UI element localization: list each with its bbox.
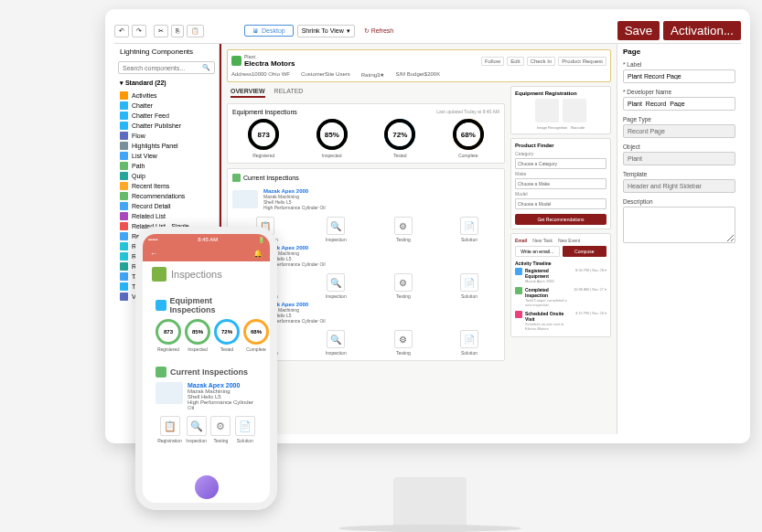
refresh-icon: ↻	[364, 27, 370, 35]
component-item[interactable]: Record Detail	[114, 201, 219, 211]
component-item[interactable]: Chatter Publisher	[114, 121, 219, 131]
timeline-icon	[515, 268, 522, 275]
write-email-button[interactable]: Write an email...	[515, 246, 560, 257]
bell-icon[interactable]: 🔔	[253, 250, 263, 258]
product-finder-card[interactable]: Product Finder Category Choose a Categor…	[510, 138, 611, 229]
activity-card[interactable]: Email New Task New Event Write an email.…	[510, 233, 611, 337]
component-icon	[120, 232, 128, 240]
phone-metric: 85%Inspected	[185, 319, 210, 352]
component-item[interactable]: Quip	[114, 171, 219, 181]
device-selector[interactable]: 🖥 Desktop	[244, 25, 294, 37]
category-select[interactable]: Choose a Category	[515, 158, 606, 169]
model-select[interactable]: Choose a Model	[515, 198, 606, 209]
mobile-phone: •••••8:45 AM🔋 ← 🔔 Inspections Equipment …	[135, 227, 277, 510]
component-item[interactable]: Chatter	[114, 101, 219, 111]
search-input[interactable]	[123, 65, 202, 71]
home-button[interactable]	[195, 475, 219, 499]
timeline-item[interactable]: Scheduled Onsite VisitSchedule on-site v…	[515, 309, 606, 333]
inspection-action[interactable]: 🔍Inspection	[326, 330, 347, 356]
label-input[interactable]	[623, 69, 735, 83]
machine-thumb	[232, 190, 258, 208]
component-icon	[120, 152, 128, 160]
phone-action[interactable]: ⚙Testing	[210, 416, 231, 443]
equipment-inspections-card[interactable]: Equipment Inspections Last updated Today…	[227, 103, 505, 164]
header-action[interactable]: Product Request	[558, 57, 606, 66]
page-canvas: Plant Electra Motors FollowEditCheck InP…	[220, 44, 617, 434]
zoom-select[interactable]: Shrink To View▾	[297, 25, 355, 37]
inspection-action[interactable]: 📄Solution	[460, 330, 478, 356]
list-icon	[156, 367, 166, 378]
component-item[interactable]: Activities	[114, 90, 219, 101]
copy-button[interactable]: ⎘	[171, 25, 184, 37]
header-action[interactable]: Follow	[481, 57, 504, 66]
description-input[interactable]	[623, 207, 735, 243]
save-button[interactable]: Save	[617, 21, 660, 40]
metric-donut: 85%Inspected	[317, 119, 348, 158]
phone-metric: 68%Complete	[243, 319, 269, 352]
tab-email[interactable]: Email	[515, 238, 527, 243]
pagetype-field: Record Page	[623, 124, 735, 138]
component-item[interactable]: Recommendations	[114, 191, 219, 201]
header-field: CustomerSite Users	[301, 71, 350, 78]
make-select[interactable]: Choose a Make	[515, 178, 606, 189]
undo-button[interactable]: ↶	[114, 25, 129, 37]
inspection-action[interactable]: 📄Solution	[460, 217, 478, 242]
record-header[interactable]: Plant Electra Motors FollowEditCheck InP…	[227, 49, 611, 82]
component-icon	[120, 162, 128, 170]
phone-action[interactable]: 📋Registration	[157, 416, 182, 443]
component-icon	[120, 212, 128, 220]
timeline-item[interactable]: Registered EquipmentMazak Apex 20008:56 …	[515, 266, 606, 285]
header-action[interactable]: Check In	[527, 57, 556, 66]
inspection-row[interactable]: Mazak Apex 2000Mazak MachiningShell Heli…	[232, 186, 499, 213]
phone-action[interactable]: 📄Solution	[235, 416, 255, 443]
timeline-icon	[515, 287, 522, 294]
component-item[interactable]: Flow	[114, 131, 219, 141]
back-icon[interactable]: ←	[150, 250, 157, 258]
tab-newevent[interactable]: New Event	[558, 238, 580, 243]
inspection-action[interactable]: ⚙Testing	[394, 273, 413, 299]
tab-related[interactable]: RELATED	[274, 88, 304, 98]
equipment-registration-card[interactable]: Equipment Registration Image Recognition…	[510, 86, 611, 134]
refresh-button[interactable]: ↻ Refresh	[364, 27, 394, 35]
component-search[interactable]: 🔍	[118, 61, 215, 74]
component-item[interactable]: Recent Items	[114, 181, 219, 191]
paste-button[interactable]: 📋	[187, 25, 204, 37]
compose-button[interactable]: Compose	[563, 246, 607, 257]
cut-button[interactable]: ✂	[154, 25, 168, 37]
component-icon	[120, 182, 128, 190]
header-action[interactable]: Edit	[507, 57, 523, 66]
standard-header[interactable]: ▾ Standard (22)	[114, 76, 219, 90]
tab-overview[interactable]: OVERVIEW	[231, 88, 265, 98]
component-item[interactable]: List View	[114, 151, 219, 161]
inspection-action[interactable]: ⚙Testing	[394, 217, 413, 242]
tab-newtask[interactable]: New Task	[532, 238, 553, 243]
record-title: Electra Motors	[244, 59, 295, 68]
component-item[interactable]: Related List	[114, 211, 219, 221]
redo-button[interactable]: ↷	[132, 25, 146, 37]
component-icon	[120, 222, 128, 230]
image-recognition-icon[interactable]	[535, 99, 559, 122]
machine-thumb	[156, 382, 183, 404]
inspection-action[interactable]: 📄Solution	[460, 273, 478, 299]
phone-action[interactable]: 🔍Inspection	[186, 416, 207, 443]
component-item[interactable]: Path	[114, 161, 219, 171]
metric-donut: 68%Complete	[453, 119, 484, 158]
component-item[interactable]: Chatter Feed	[114, 111, 219, 121]
barcode-icon[interactable]	[563, 99, 586, 122]
inspection-action[interactable]: ⚙Testing	[394, 330, 413, 356]
list-icon	[232, 174, 241, 182]
component-icon	[120, 252, 128, 261]
inspection-action[interactable]: 🔍Inspection	[326, 217, 347, 242]
timeline-icon	[515, 311, 522, 318]
get-recommendations-button[interactable]: Get Recommendations	[515, 214, 606, 225]
timeline-item[interactable]: Completed InspectionTodd Cooper complete…	[515, 285, 606, 309]
activation-button[interactable]: Activation...	[663, 21, 741, 40]
phone-current-card[interactable]: Current Inspections Mazak Apex 2000 Maza…	[150, 361, 263, 449]
search-icon: 🔍	[202, 64, 210, 71]
devname-input[interactable]	[623, 97, 735, 111]
inspection-action[interactable]: 🔍Inspection	[326, 273, 347, 299]
component-item[interactable]: Highlights Panel	[114, 141, 219, 151]
component-icon	[120, 242, 128, 250]
phone-equipment-card[interactable]: Equipment Inspections 873Registered85%In…	[150, 291, 263, 357]
metric-donut: 873Registered	[248, 119, 279, 158]
